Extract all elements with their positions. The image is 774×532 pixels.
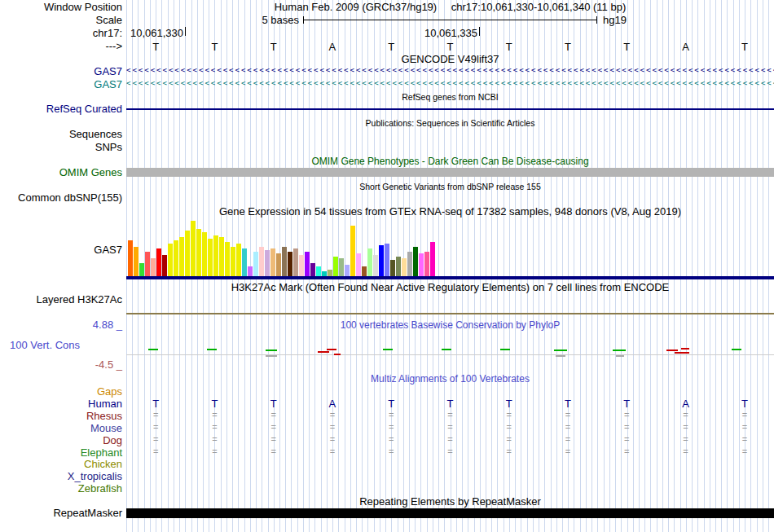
- gtex-expression-bar[interactable]: [390, 260, 395, 276]
- repeatmasker-element-bar[interactable]: [126, 508, 774, 518]
- gtex-expression-bar[interactable]: [208, 239, 213, 276]
- gtex-expression-bar[interactable]: [288, 252, 292, 276]
- gtex-expression-bar[interactable]: [219, 237, 224, 276]
- gtex-expression-bar[interactable]: [345, 265, 350, 276]
- multiz-alignment-gap-mark: =: [386, 422, 396, 432]
- gtex-expression-bar[interactable]: [339, 258, 344, 276]
- gtex-expression-bar[interactable]: [231, 247, 235, 276]
- phylop-track-label[interactable]: 100 Vert. Cons: [10, 340, 80, 351]
- gtex-expression-bar[interactable]: [168, 244, 173, 276]
- gtex-expression-bar[interactable]: [248, 266, 253, 276]
- gencode-transcript-arrows[interactable]: <<<<<<<<<<<<<<<<<<<<<<<<<<<<<<<<<<<<<<<<…: [126, 79, 774, 89]
- multiz-alignment-gap-mark: =: [328, 434, 337, 444]
- ruler-base-letter: T: [446, 41, 455, 53]
- gtex-expression-bar[interactable]: [402, 258, 407, 276]
- gtex-expression-bar[interactable]: [202, 232, 207, 276]
- gtex-expression-bar[interactable]: [128, 240, 133, 276]
- multiz-species-label-dog[interactable]: Dog: [0, 434, 122, 446]
- gtex-expression-bar[interactable]: [179, 237, 184, 276]
- gtex-expression-bar[interactable]: [310, 263, 315, 276]
- multiz-aligned-base: A: [681, 398, 691, 410]
- phylop-conservation-mark: [681, 348, 689, 350]
- multiz-species-label-x_tropicalis[interactable]: X_tropicalis: [0, 470, 122, 482]
- position-range: chr17:10,061,330-10,061,340 (11 bp): [451, 1, 626, 13]
- omim-gene-bar[interactable]: [126, 168, 774, 177]
- gtex-expression-bar[interactable]: [270, 248, 275, 276]
- phylop-conservation-mark: [207, 349, 217, 350]
- multiz-aligned-base: T: [622, 398, 631, 410]
- multiz-alignment-gap-mark: =: [269, 446, 279, 456]
- gencode-gene-label[interactable]: GAS7: [0, 65, 122, 77]
- publications-snps-label[interactable]: SNPs: [0, 142, 122, 153]
- gtex-expression-bar[interactable]: [236, 244, 241, 276]
- multiz-species-label-mouse[interactable]: Mouse: [0, 422, 122, 434]
- gtex-expression-bar[interactable]: [385, 244, 389, 276]
- gencode-transcript-arrows[interactable]: <<<<<<<<<<<<<<<<<<<<<<<<<<<<<<<<<<<<<<<<…: [126, 66, 774, 76]
- gtex-expression-bar[interactable]: [276, 253, 281, 276]
- multiz-alignment-gap-mark: =: [563, 446, 573, 456]
- gtex-expression-bar[interactable]: [430, 242, 435, 276]
- gtex-expression-bar[interactable]: [356, 253, 361, 276]
- gtex-expression-bar[interactable]: [413, 247, 418, 276]
- multiz-species-label-rhesus[interactable]: Rhesus: [0, 410, 122, 422]
- gtex-expression-bar[interactable]: [350, 226, 355, 276]
- dbsnp-track-label[interactable]: Common dbSNP(155): [0, 192, 122, 204]
- strand-direction-label: --->: [0, 41, 122, 52]
- publications-sequences-label[interactable]: Sequences: [0, 129, 122, 140]
- gtex-expression-bar[interactable]: [162, 255, 167, 276]
- gtex-gene-label[interactable]: GAS7: [0, 244, 122, 256]
- repeatmasker-track-title: Repeating Elements by RepeatMasker: [126, 496, 774, 508]
- gtex-expression-bar[interactable]: [333, 257, 338, 276]
- ruler-base-letter: T: [740, 41, 750, 53]
- h3k27ac-signal-line[interactable]: [126, 313, 774, 314]
- gtex-expression-bar[interactable]: [316, 266, 321, 276]
- gtex-expression-bar[interactable]: [174, 240, 178, 276]
- multiz-alignment-gap-mark: =: [446, 446, 455, 456]
- scale-ruler-line: [303, 20, 597, 20]
- gtex-expression-bar[interactable]: [299, 255, 304, 276]
- omim-genes-label[interactable]: OMIM Genes: [0, 167, 122, 178]
- gtex-expression-bar[interactable]: [373, 255, 378, 276]
- multiz-alignment-gap-mark: =: [151, 446, 161, 456]
- gtex-expression-bar[interactable]: [191, 221, 196, 276]
- gtex-expression-bar[interactable]: [139, 263, 144, 276]
- gtex-gene-model-line[interactable]: [126, 276, 774, 279]
- multiz-species-label-chicken[interactable]: Chicken: [0, 458, 122, 470]
- gtex-expression-bar[interactable]: [424, 252, 429, 276]
- gtex-expression-bar[interactable]: [282, 247, 287, 276]
- gtex-expression-bar[interactable]: [151, 258, 156, 276]
- gtex-expression-bar[interactable]: [213, 235, 218, 276]
- h3k27ac-track-label[interactable]: Layered H3K27Ac: [0, 294, 122, 306]
- gencode-gene-label[interactable]: GAS7: [0, 78, 122, 90]
- gtex-expression-bar[interactable]: [225, 242, 230, 276]
- multiz-species-label-zebrafish[interactable]: Zebrafish: [0, 482, 122, 495]
- refseq-curated-label[interactable]: RefSeq Curated: [0, 103, 122, 115]
- gtex-expression-bar[interactable]: [196, 229, 201, 276]
- gtex-expression-bar[interactable]: [407, 252, 412, 276]
- gtex-expression-bar[interactable]: [379, 245, 384, 276]
- gtex-expression-bar[interactable]: [328, 270, 332, 276]
- multiz-alignment-gap-mark: =: [328, 410, 337, 420]
- gtex-expression-bar[interactable]: [419, 253, 424, 276]
- multiz-species-label-elephant[interactable]: Elephant: [0, 446, 122, 459]
- refseq-gene-line[interactable]: [126, 108, 774, 110]
- gtex-expression-bar[interactable]: [362, 266, 367, 276]
- gtex-expression-bar[interactable]: [156, 248, 161, 276]
- phylop-conservation-mark: [334, 354, 341, 355]
- gtex-expression-bar[interactable]: [253, 252, 258, 276]
- multiz-species-label-human[interactable]: Human: [0, 398, 122, 410]
- gtex-expression-bar[interactable]: [265, 250, 270, 276]
- gtex-expression-bar[interactable]: [185, 231, 190, 276]
- repeatmasker-track-label[interactable]: RepeatMasker: [0, 508, 122, 519]
- multiz-species-label-gaps[interactable]: Gaps: [0, 385, 122, 398]
- gtex-expression-bar[interactable]: [293, 248, 298, 276]
- gtex-expression-bar[interactable]: [145, 252, 150, 276]
- gtex-expression-bar[interactable]: [367, 248, 372, 276]
- phylop-conservation-mark: [500, 349, 510, 350]
- gtex-expression-bar[interactable]: [134, 247, 139, 276]
- gtex-expression-bar[interactable]: [305, 252, 310, 276]
- gtex-expression-bar[interactable]: [242, 248, 247, 276]
- gtex-expression-bar[interactable]: [396, 257, 401, 276]
- gtex-expression-bar[interactable]: [259, 247, 264, 276]
- phylop-conservation-mark: [666, 350, 678, 351]
